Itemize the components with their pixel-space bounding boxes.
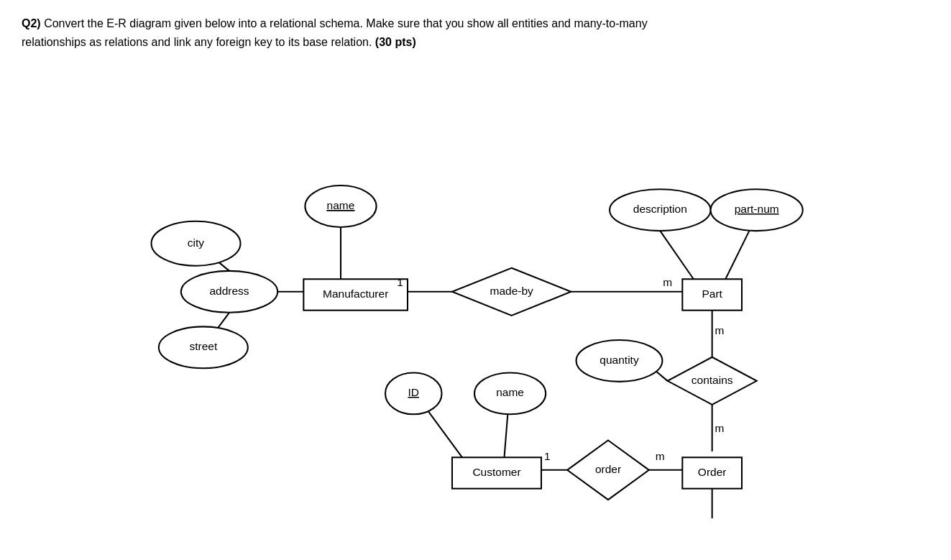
card-customer-order: 1 — [544, 451, 551, 463]
order-label: Order — [698, 466, 727, 478]
customer-label: Customer — [472, 466, 520, 478]
custname-to-customer-line — [504, 413, 507, 459]
quantity-label: quantity — [599, 354, 639, 366]
id-label: ID — [408, 387, 420, 399]
city-label: city — [188, 237, 205, 249]
card-order-orderrel: m — [656, 451, 665, 463]
card-mfr-madeby: 1 — [397, 276, 403, 288]
manufacturer-label: Manufacturer — [323, 288, 388, 300]
question-text: Q2) Convert the E-R diagram given below … — [22, 14, 669, 51]
address-label: address — [209, 285, 249, 297]
part-label: Part — [702, 288, 722, 300]
id-to-customer-line — [426, 408, 464, 459]
question-label: Q2) — [22, 17, 41, 29]
partnum-to-part-line — [725, 231, 749, 279]
page-container: Q2) Convert the E-R diagram given below … — [0, 0, 951, 533]
card-part-madeby: m — [663, 276, 672, 288]
description-label: description — [633, 203, 687, 215]
order-rel-label: order — [595, 463, 621, 475]
part-num-label: part-num — [735, 203, 779, 215]
made-by-label: made-by — [490, 285, 534, 297]
street-label: street — [189, 341, 217, 353]
question-body: Convert the E-R diagram given below into… — [22, 17, 648, 48]
mfr-name-label: name — [327, 199, 355, 211]
er-diagram: city address street name description par… — [22, 73, 927, 518]
question-points: (30 pts) — [375, 36, 416, 48]
desc-to-part-line — [660, 231, 694, 279]
card-order-contains: m — [715, 422, 725, 434]
cust-name-label: name — [496, 387, 524, 399]
card-part-contains: m — [715, 324, 725, 336]
contains-label: contains — [692, 374, 733, 386]
